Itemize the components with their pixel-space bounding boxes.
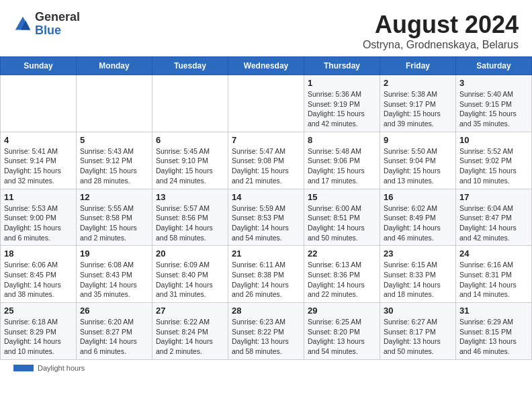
calendar-cell: 23Sunrise: 6:15 AM Sunset: 8:33 PM Dayli… <box>380 246 456 303</box>
day-number: 19 <box>80 248 148 259</box>
daylight-label: Daylight hours <box>38 364 85 372</box>
weekday-header-monday: Monday <box>77 57 152 75</box>
calendar-cell: 20Sunrise: 6:09 AM Sunset: 8:40 PM Dayli… <box>152 246 228 303</box>
calendar-cell <box>1 75 77 132</box>
day-number: 3 <box>459 78 528 88</box>
calendar-cell: 13Sunrise: 5:57 AM Sunset: 8:56 PM Dayli… <box>152 189 228 246</box>
day-number: 28 <box>232 306 300 316</box>
calendar-cell: 5Sunrise: 5:43 AM Sunset: 9:12 PM Daylig… <box>77 132 152 189</box>
calendar-week-row: 1Sunrise: 5:36 AM Sunset: 9:19 PM Daylig… <box>1 75 532 132</box>
calendar-cell: 11Sunrise: 5:53 AM Sunset: 9:00 PM Dayli… <box>1 189 77 246</box>
day-info: Sunrise: 6:20 AM Sunset: 8:27 PM Dayligh… <box>80 317 148 357</box>
calendar-cell: 7Sunrise: 5:47 AM Sunset: 9:08 PM Daylig… <box>228 132 304 189</box>
day-number: 20 <box>156 248 224 259</box>
page-title: August 2024 <box>363 11 519 39</box>
day-info: Sunrise: 5:38 AM Sunset: 9:17 PM Dayligh… <box>384 89 452 129</box>
calendar-cell: 30Sunrise: 6:27 AM Sunset: 8:17 PM Dayli… <box>380 303 456 360</box>
weekday-header-tuesday: Tuesday <box>152 57 228 75</box>
day-info: Sunrise: 6:02 AM Sunset: 8:49 PM Dayligh… <box>384 203 452 243</box>
day-number: 21 <box>232 248 300 259</box>
calendar-cell: 18Sunrise: 6:06 AM Sunset: 8:45 PM Dayli… <box>1 246 77 303</box>
calendar-cell: 22Sunrise: 6:13 AM Sunset: 8:36 PM Dayli… <box>304 246 380 303</box>
day-number: 16 <box>384 192 452 202</box>
day-info: Sunrise: 5:40 AM Sunset: 9:15 PM Dayligh… <box>459 89 528 129</box>
day-info: Sunrise: 6:27 AM Sunset: 8:17 PM Dayligh… <box>384 317 452 357</box>
logo: General Blue <box>13 11 80 38</box>
footer: Daylight hours <box>0 360 532 376</box>
weekday-header-saturday: Saturday <box>456 57 532 75</box>
weekday-header-row: SundayMondayTuesdayWednesdayThursdayFrid… <box>1 57 532 75</box>
title-block: August 2024 Ostryna, Grodnenskaya, Belar… <box>363 11 519 51</box>
day-number: 2 <box>384 78 452 88</box>
calendar-cell <box>77 75 152 132</box>
day-info: Sunrise: 6:29 AM Sunset: 8:15 PM Dayligh… <box>459 317 528 357</box>
calendar-cell: 9Sunrise: 5:50 AM Sunset: 9:04 PM Daylig… <box>380 132 456 189</box>
day-number: 12 <box>80 192 148 202</box>
day-info: Sunrise: 6:18 AM Sunset: 8:29 PM Dayligh… <box>4 317 73 357</box>
day-number: 31 <box>459 306 528 316</box>
day-number: 29 <box>308 306 376 316</box>
calendar-cell: 25Sunrise: 6:18 AM Sunset: 8:29 PM Dayli… <box>1 303 77 360</box>
weekday-header-thursday: Thursday <box>304 57 380 75</box>
logo-icon <box>13 15 32 34</box>
day-number: 15 <box>308 192 376 202</box>
logo-blue: Blue <box>35 24 80 38</box>
calendar-cell: 6Sunrise: 5:45 AM Sunset: 9:10 PM Daylig… <box>152 132 228 189</box>
day-number: 17 <box>459 192 528 202</box>
calendar-cell <box>152 75 228 132</box>
calendar-cell: 10Sunrise: 5:52 AM Sunset: 9:02 PM Dayli… <box>456 132 532 189</box>
day-info: Sunrise: 6:09 AM Sunset: 8:40 PM Dayligh… <box>156 260 224 300</box>
calendar-cell: 21Sunrise: 6:11 AM Sunset: 8:38 PM Dayli… <box>228 246 304 303</box>
weekday-header-sunday: Sunday <box>1 57 77 75</box>
day-number: 24 <box>459 248 528 259</box>
calendar-week-row: 11Sunrise: 5:53 AM Sunset: 9:00 PM Dayli… <box>1 189 532 246</box>
header: General Blue August 2024 Ostryna, Grodne… <box>0 0 532 56</box>
day-info: Sunrise: 5:53 AM Sunset: 9:00 PM Dayligh… <box>4 203 73 243</box>
day-number: 9 <box>384 135 452 145</box>
calendar-cell: 31Sunrise: 6:29 AM Sunset: 8:15 PM Dayli… <box>456 303 532 360</box>
day-info: Sunrise: 5:59 AM Sunset: 8:53 PM Dayligh… <box>232 203 300 243</box>
day-info: Sunrise: 6:11 AM Sunset: 8:38 PM Dayligh… <box>232 260 300 300</box>
day-info: Sunrise: 5:52 AM Sunset: 9:02 PM Dayligh… <box>459 146 528 186</box>
day-number: 8 <box>308 135 376 145</box>
calendar-cell: 2Sunrise: 5:38 AM Sunset: 9:17 PM Daylig… <box>380 75 456 132</box>
daylight-bar-icon <box>13 365 34 371</box>
calendar-cell: 16Sunrise: 6:02 AM Sunset: 8:49 PM Dayli… <box>380 189 456 246</box>
day-number: 10 <box>459 135 528 145</box>
calendar-cell: 1Sunrise: 5:36 AM Sunset: 9:19 PM Daylig… <box>304 75 380 132</box>
day-number: 27 <box>156 306 224 316</box>
calendar-cell: 4Sunrise: 5:41 AM Sunset: 9:14 PM Daylig… <box>1 132 77 189</box>
day-info: Sunrise: 5:45 AM Sunset: 9:10 PM Dayligh… <box>156 146 224 186</box>
day-info: Sunrise: 6:22 AM Sunset: 8:24 PM Dayligh… <box>156 317 224 357</box>
day-info: Sunrise: 5:47 AM Sunset: 9:08 PM Dayligh… <box>232 146 300 186</box>
calendar-cell: 24Sunrise: 6:16 AM Sunset: 8:31 PM Dayli… <box>456 246 532 303</box>
day-info: Sunrise: 5:36 AM Sunset: 9:19 PM Dayligh… <box>308 89 376 129</box>
day-info: Sunrise: 6:06 AM Sunset: 8:45 PM Dayligh… <box>4 260 73 300</box>
day-info: Sunrise: 6:25 AM Sunset: 8:20 PM Dayligh… <box>308 317 376 357</box>
day-number: 1 <box>308 78 376 88</box>
calendar-cell <box>228 75 304 132</box>
day-number: 22 <box>308 248 376 259</box>
calendar-cell: 8Sunrise: 5:48 AM Sunset: 9:06 PM Daylig… <box>304 132 380 189</box>
day-number: 11 <box>4 192 73 202</box>
calendar-cell: 12Sunrise: 5:55 AM Sunset: 8:58 PM Dayli… <box>77 189 152 246</box>
calendar-cell: 19Sunrise: 6:08 AM Sunset: 8:43 PM Dayli… <box>77 246 152 303</box>
day-info: Sunrise: 5:43 AM Sunset: 9:12 PM Dayligh… <box>80 146 148 186</box>
calendar-cell: 3Sunrise: 5:40 AM Sunset: 9:15 PM Daylig… <box>456 75 532 132</box>
day-number: 30 <box>384 306 452 316</box>
page-subtitle: Ostryna, Grodnenskaya, Belarus <box>363 39 519 51</box>
day-info: Sunrise: 6:00 AM Sunset: 8:51 PM Dayligh… <box>308 203 376 243</box>
logo-general: General <box>35 11 80 24</box>
day-info: Sunrise: 6:16 AM Sunset: 8:31 PM Dayligh… <box>459 260 528 300</box>
day-number: 4 <box>4 135 73 145</box>
day-number: 14 <box>232 192 300 202</box>
day-info: Sunrise: 5:41 AM Sunset: 9:14 PM Dayligh… <box>4 146 73 186</box>
calendar-cell: 17Sunrise: 6:04 AM Sunset: 8:47 PM Dayli… <box>456 189 532 246</box>
calendar-cell: 29Sunrise: 6:25 AM Sunset: 8:20 PM Dayli… <box>304 303 380 360</box>
day-number: 5 <box>80 135 148 145</box>
weekday-header-friday: Friday <box>380 57 456 75</box>
weekday-header-wednesday: Wednesday <box>228 57 304 75</box>
calendar-week-row: 18Sunrise: 6:06 AM Sunset: 8:45 PM Dayli… <box>1 246 532 303</box>
day-info: Sunrise: 6:08 AM Sunset: 8:43 PM Dayligh… <box>80 260 148 300</box>
calendar-week-row: 25Sunrise: 6:18 AM Sunset: 8:29 PM Dayli… <box>1 303 532 360</box>
